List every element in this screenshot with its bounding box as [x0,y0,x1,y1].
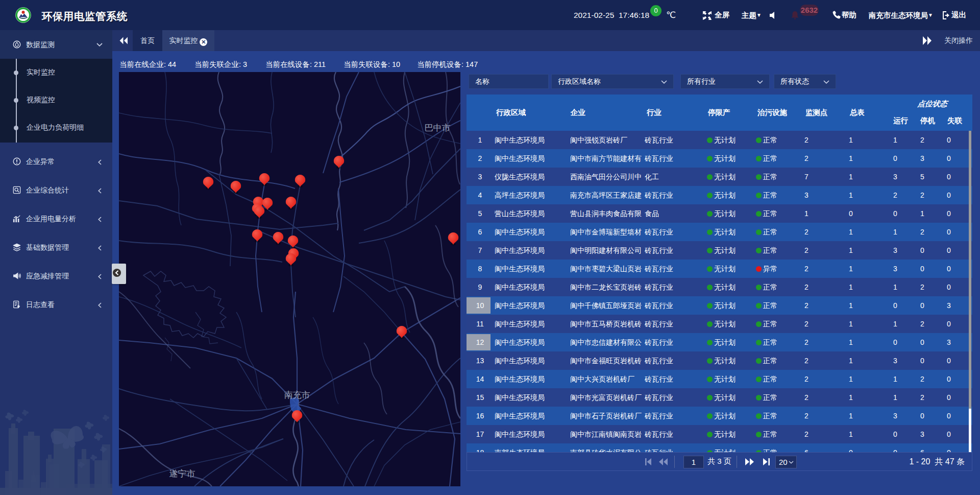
svg-text:遂宁市: 遂宁市 [169,469,195,479]
svg-text:巴中市: 巴中市 [425,123,451,133]
svg-text:南充市: 南充市 [284,390,310,400]
